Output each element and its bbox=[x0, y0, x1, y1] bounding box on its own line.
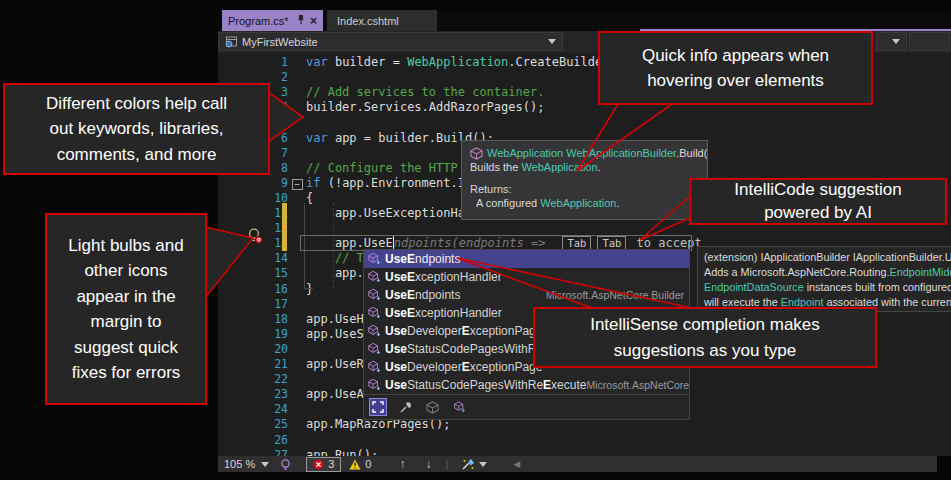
callout-text-line: fixes for errors bbox=[47, 360, 205, 386]
project-dropdown[interactable]: MyFirstWebsite bbox=[218, 32, 563, 51]
code-text: { bbox=[306, 191, 313, 206]
callout-text-line: powered by AI bbox=[691, 202, 945, 224]
code-cleanup-broom-icon[interactable] bbox=[460, 457, 475, 471]
completion-item[interactable]: UseExceptionHandler bbox=[364, 268, 689, 286]
quickinfo-returns-label: Returns: bbox=[470, 182, 699, 196]
quickinfo-signature: WebApplication WebApplicationBuilder.Bui… bbox=[487, 146, 708, 160]
completion-item[interactable]: UseEndpoints bbox=[364, 250, 689, 268]
callout-text-line: hovering over elements bbox=[600, 68, 871, 94]
fold-margin bbox=[288, 417, 306, 432]
fold-margin bbox=[288, 70, 306, 85]
error-count-button[interactable]: 3 bbox=[306, 457, 341, 472]
code-line[interactable]: 10{ bbox=[218, 191, 313, 206]
callout-text-line: other icons bbox=[47, 258, 205, 284]
tab-index-cshtml[interactable]: Index.cshtml bbox=[327, 10, 437, 31]
fold-margin bbox=[288, 342, 306, 357]
line-number: 1 bbox=[218, 55, 288, 70]
line-number: 19 bbox=[218, 327, 288, 342]
code-text: builder.Services.AddRazorPages(); bbox=[306, 100, 544, 115]
code-line[interactable]: 17 bbox=[218, 297, 306, 312]
completion-item[interactable]: UseStatusCodePagesWithReExecuteMicrosoft… bbox=[364, 376, 689, 394]
chevron-down-icon bbox=[548, 39, 556, 44]
fold-margin bbox=[288, 327, 306, 342]
line-number: 15 bbox=[218, 266, 288, 281]
callout-text-line: IntelliCode suggestion bbox=[691, 179, 945, 201]
callout-text-line: suggestions as you type bbox=[535, 338, 875, 364]
project-icon bbox=[225, 35, 238, 48]
callout-text-line: Light bulbs and bbox=[47, 233, 205, 259]
close-icon[interactable]: × bbox=[310, 16, 317, 26]
line-number: 10 bbox=[218, 191, 288, 206]
callout-text-line: Quick info appears when bbox=[600, 43, 871, 69]
fold-margin bbox=[288, 146, 306, 161]
completion-item-label: UseEndpoints bbox=[385, 288, 460, 302]
fold-margin bbox=[288, 433, 306, 448]
code-line[interactable]: 22 bbox=[218, 372, 306, 387]
bracket-guide bbox=[304, 288, 313, 289]
visual-studio-screenshot: Program.cs* × Index.cshtml MyFirstWebsit… bbox=[0, 0, 951, 480]
description-line: (extension) IApplicationBuilder IApplica… bbox=[704, 250, 945, 265]
warning-icon bbox=[349, 459, 361, 470]
fold-collapse-icon[interactable]: − bbox=[288, 176, 306, 191]
code-text: app.Run(); bbox=[306, 448, 378, 456]
code-line[interactable]: 26 bbox=[218, 433, 306, 448]
callout-text-line: margin to bbox=[47, 309, 205, 335]
fold-margin bbox=[288, 402, 306, 417]
chevron-down-icon[interactable] bbox=[479, 462, 487, 467]
code-line[interactable]: 16} bbox=[218, 282, 313, 297]
code-text: } bbox=[306, 282, 313, 297]
completion-item[interactable]: UseEndpointsMicrosoft.AspNetCore.Builder bbox=[364, 286, 689, 304]
extension-method-filter-icon[interactable] bbox=[450, 398, 468, 416]
completion-description-panel: (extension) IApplicationBuilder IApplica… bbox=[697, 246, 951, 312]
fold-margin bbox=[288, 55, 306, 70]
error-count: 3 bbox=[328, 458, 334, 470]
callout-intellisense: IntelliSense completion makessuggestions… bbox=[533, 307, 877, 368]
code-line[interactable]: 24 bbox=[218, 402, 306, 417]
tab-program-cs[interactable]: Program.cs* × bbox=[222, 10, 323, 31]
lightbulb-quickfix-icon[interactable] bbox=[246, 227, 264, 245]
chevron-down-icon[interactable] bbox=[261, 462, 269, 467]
class-cube-icon bbox=[470, 147, 483, 160]
callout-light-bulbs: Light bulbs andother iconsappear in them… bbox=[45, 213, 207, 405]
completion-item-label: UseExceptionHandler bbox=[385, 270, 502, 284]
line-number: 16 bbox=[218, 282, 288, 297]
completion-item-label: UseDeveloperExceptionPage bbox=[385, 360, 542, 374]
quickinfo-returns-value: A configured WebApplication. bbox=[470, 196, 699, 210]
wrench-filter-icon[interactable] bbox=[396, 398, 414, 416]
code-text: // Add services to the container. bbox=[306, 85, 544, 100]
extension-method-icon bbox=[367, 324, 381, 338]
scroll-left-icon[interactable]: ◀ bbox=[513, 459, 520, 469]
type-dropdown[interactable] bbox=[876, 32, 907, 51]
callout-intellicode: IntelliCode suggestionpowered by AI bbox=[689, 178, 947, 225]
extension-method-icon bbox=[367, 252, 381, 266]
tab-label: Program.cs* bbox=[228, 15, 296, 27]
pin-icon[interactable] bbox=[296, 14, 306, 27]
zoom-level[interactable]: 105 % bbox=[224, 458, 255, 470]
member-dropdown[interactable] bbox=[909, 32, 950, 51]
error-icon bbox=[313, 459, 324, 470]
extension-method-icon bbox=[367, 306, 381, 320]
completion-item-namespace: Microsoft.AspNetCore.Builder bbox=[586, 379, 689, 391]
fold-margin bbox=[288, 357, 306, 372]
cube-filter-icon[interactable] bbox=[423, 398, 441, 416]
suggestion-bulb-icon[interactable] bbox=[279, 458, 292, 471]
expander-filter-icon[interactable] bbox=[369, 398, 387, 416]
warning-count-button[interactable]: 0 bbox=[349, 458, 371, 470]
callout-text-line: comments, and more bbox=[5, 142, 268, 168]
next-issue-arrow[interactable]: ↓ bbox=[425, 457, 431, 471]
quickinfo-summary: Builds the WebApplication. bbox=[470, 160, 699, 174]
completion-item-label: UseDeveloperExceptionPage bbox=[385, 324, 542, 338]
code-line[interactable]: 27app.Run(); bbox=[218, 448, 378, 456]
extension-method-icon bbox=[367, 288, 381, 302]
description-line: EndpointDataSource instances built from … bbox=[704, 280, 945, 295]
line-number: 27 bbox=[218, 448, 288, 456]
previous-issue-arrow[interactable]: ↑ bbox=[399, 457, 405, 471]
completion-item-label: UseStatusCodePagesWithReExecute bbox=[385, 378, 586, 392]
fold-margin bbox=[288, 85, 306, 100]
code-line[interactable]: 20 bbox=[218, 342, 306, 357]
line-number: 9 bbox=[218, 176, 288, 191]
fold-margin bbox=[288, 100, 306, 115]
quick-info-tooltip: WebApplication WebApplicationBuilder.Bui… bbox=[461, 140, 708, 220]
code-line[interactable]: 1var builder = WebApplication.CreateBuil… bbox=[218, 55, 660, 70]
line-number: 17 bbox=[218, 297, 288, 312]
